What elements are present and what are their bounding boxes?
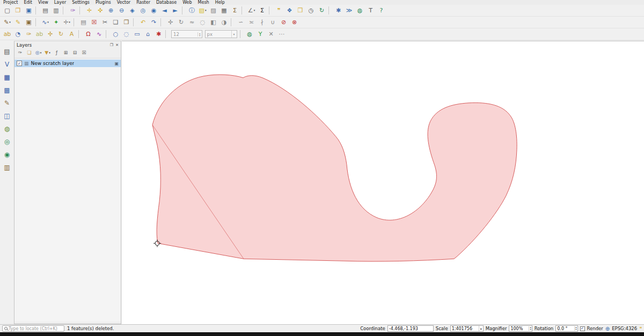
menu-settings[interactable]: Settings [72, 0, 90, 5]
simplify-feature-icon[interactable]: ≈ [187, 18, 197, 27]
digitize-shape-polygon-icon[interactable]: ⌂ [143, 30, 153, 39]
reshape-features-icon[interactable]: ∽ [236, 18, 246, 27]
menu-web[interactable]: Web [182, 0, 192, 5]
zoom-full-icon[interactable]: ◈ [127, 6, 137, 16]
globe-crs-icon[interactable]: ⊕ [605, 326, 610, 332]
menu-edit[interactable]: Edit [24, 0, 32, 5]
menu-layer[interactable]: Layer [54, 0, 66, 5]
refresh-map-icon[interactable]: ↻ [317, 6, 327, 16]
measure-icon[interactable]: ∠▾ [246, 6, 257, 16]
zoom-last-icon[interactable]: ◄ [159, 6, 170, 16]
select-features-icon[interactable]: ▧▾ [197, 6, 208, 16]
save-layer-edits-icon[interactable]: ▣ [24, 18, 34, 27]
highlight-pinned-labels-icon[interactable]: ab [34, 30, 45, 39]
undock-panel-icon[interactable]: ❐ [110, 43, 113, 47]
pan-map-icon[interactable]: ✛ [84, 6, 94, 16]
rotation-spinbox[interactable]: ▴▾ [555, 325, 577, 332]
deselect-features-icon[interactable]: ▨ [208, 6, 218, 16]
data-source-manager-icon[interactable]: ▤ [2, 46, 12, 56]
magnifier-spinbox[interactable]: ▴▾ [509, 325, 532, 332]
chevron-down-icon[interactable]: ▾ [479, 326, 483, 331]
toggle-editing-icon[interactable]: ✎ [13, 18, 23, 27]
digitize-shape-ellipse-icon[interactable]: ◌ [121, 30, 131, 39]
rotate-feature-icon[interactable]: ↻ [176, 18, 186, 27]
move-label-icon[interactable]: ✢ [45, 30, 55, 39]
locator-input[interactable] [9, 326, 62, 331]
map-view[interactable] [122, 41, 644, 324]
expand-all-icon[interactable]: ⊞ [62, 49, 70, 56]
field-calculator-icon[interactable]: Σ [230, 6, 240, 16]
add-spatialite-layer-icon[interactable]: ◍ [2, 123, 12, 134]
coordinate-input[interactable] [387, 325, 434, 332]
move-feature-icon[interactable]: ✢ [165, 18, 175, 27]
modify-attributes-icon[interactable]: ▤ [78, 18, 89, 27]
vertex-tool-icon[interactable]: ✛▾ [62, 18, 72, 27]
menu-database[interactable]: Database [156, 0, 177, 5]
change-label-icon[interactable]: A [67, 30, 77, 39]
save-project-icon[interactable]: ▣ [24, 6, 34, 16]
digitize-shape-circle-icon[interactable]: ○ [111, 30, 121, 39]
delete-ring-icon[interactable]: ⊘ [279, 18, 289, 27]
menu-vector[interactable]: Vector [117, 0, 131, 5]
add-ring-icon[interactable]: ◌ [197, 18, 208, 27]
new-bookmark-icon[interactable]: ❖ [284, 6, 295, 16]
pan-to-selection-icon[interactable]: ✜ [95, 6, 105, 16]
digitize-with-segment-icon[interactable]: ∿▾ [40, 18, 50, 27]
osm-place-search-icon[interactable]: ◍ [355, 6, 365, 16]
manage-map-themes-icon[interactable]: ◎▾ [34, 49, 42, 56]
font-unit-input[interactable] [206, 31, 231, 38]
scale-input[interactable] [451, 326, 479, 331]
locator-search[interactable] [2, 325, 64, 332]
python-console-icon[interactable]: ≫ [344, 6, 354, 16]
help-icon[interactable]: ? [376, 6, 386, 16]
memory-layer-indicator-icon[interactable]: ▣ [114, 61, 119, 66]
paste-features-icon[interactable]: ❐ [121, 18, 131, 27]
remove-layer-icon[interactable]: ☒ [80, 49, 88, 56]
current-edits-icon[interactable]: ✎▾ [2, 18, 12, 27]
layer-diagram-options-icon[interactable]: ◔ [13, 30, 23, 39]
layer-labeling-options-icon[interactable]: ab [2, 30, 12, 39]
menu-help[interactable]: Help [215, 0, 225, 5]
undo-icon[interactable]: ↶ [138, 18, 148, 27]
add-delimited-text-layer-icon[interactable]: ✎ [2, 98, 12, 108]
add-wms-layer-icon[interactable]: ◎ [2, 136, 12, 147]
text-annotation-icon[interactable]: T [365, 6, 376, 16]
redo-icon[interactable]: ↷ [149, 18, 159, 27]
menu-view[interactable]: View [38, 0, 48, 5]
fill-ring-icon[interactable]: ◑ [219, 18, 229, 27]
open-attribute-table-icon[interactable]: ▦ [219, 6, 229, 16]
scratch-polygon-feature[interactable] [152, 75, 517, 261]
add-postgis-layers-icon[interactable]: ◫ [2, 111, 12, 121]
close-panel-icon[interactable]: ✕ [115, 43, 119, 47]
add-wfs-layer-icon[interactable]: ◉ [2, 149, 12, 159]
add-group-icon[interactable]: ❏ [25, 49, 33, 56]
menu-mesh[interactable]: Mesh [198, 0, 209, 5]
zoom-in-icon[interactable]: ⊕ [106, 6, 116, 16]
show-layout-manager-icon[interactable]: ▥ [51, 6, 61, 16]
render-checkbox[interactable]: ✓ [580, 326, 585, 331]
enable-tracing-icon[interactable]: ∿ [94, 30, 104, 39]
scale-combo[interactable]: ▾ [450, 325, 484, 332]
zoom-to-layer-icon[interactable]: ◉ [149, 6, 159, 16]
metasearch-icon[interactable]: ◍ [245, 30, 255, 39]
annotation-icon[interactable]: ✱ [153, 30, 164, 39]
filter-by-expression-icon[interactable]: ƒ [53, 49, 61, 56]
add-polygon-feature-icon[interactable]: ✦ [51, 18, 61, 27]
magnifier-input[interactable] [509, 326, 529, 331]
font-size-input[interactable] [172, 31, 197, 38]
spinner-arrows-icon[interactable]: ▴▾ [574, 326, 577, 331]
show-bookmarks-icon[interactable]: ❒ [295, 6, 305, 16]
layer-visibility-checkbox[interactable]: ✓ [17, 61, 22, 66]
processing-toolbox-icon[interactable]: ✱ [333, 6, 343, 16]
zoom-out-icon[interactable]: ⊖ [116, 6, 127, 16]
delete-selected-icon[interactable]: ☒ [89, 18, 99, 27]
zoom-next-icon[interactable]: ► [170, 6, 180, 16]
collapse-all-icon[interactable]: ⊟ [71, 49, 79, 56]
copy-features-icon[interactable]: ❏ [111, 18, 121, 27]
add-raster-layer-icon[interactable]: ▦ [2, 72, 12, 82]
style-manager-icon[interactable]: ✑ [68, 6, 78, 16]
temporal-controller-icon[interactable]: ◷ [306, 6, 316, 16]
more-options-icon[interactable]: ⋯ [277, 30, 287, 39]
delete-vertex-icon[interactable]: ✕ [266, 30, 276, 39]
new-print-layout-icon[interactable]: ▤ [40, 6, 50, 16]
